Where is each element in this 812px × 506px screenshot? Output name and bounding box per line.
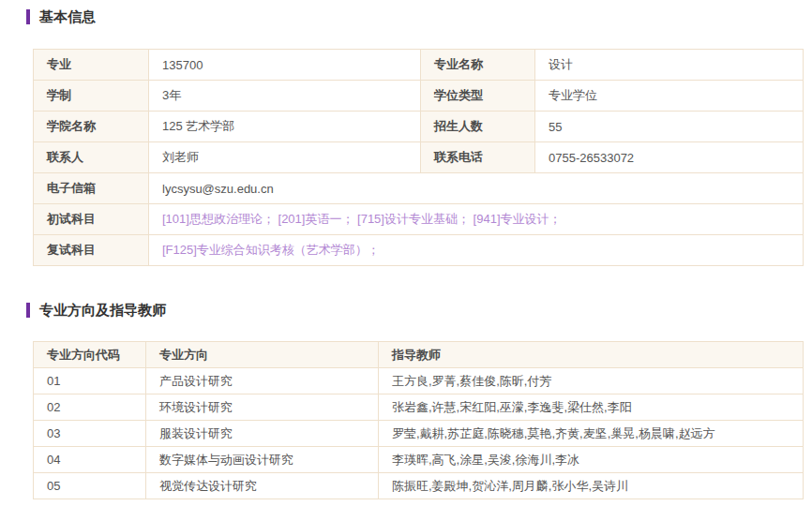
- direction-teachers-cell: 张岩鑫,许慧,宋红阳,巫濛,李逸斐,梁仕然,李阳: [379, 394, 804, 421]
- info-label-cell: 初试科目: [34, 204, 149, 235]
- direction-row: 02环境设计研究张岩鑫,许慧,宋红阳,巫濛,李逸斐,梁仕然,李阳: [34, 394, 804, 421]
- direction-name-cell: 产品设计研究: [146, 368, 379, 394]
- info-label-cell: 联系电话: [421, 142, 535, 173]
- info-label-cell: 学院名称: [34, 112, 149, 142]
- direction-name-cell: 服装设计研究: [146, 421, 379, 447]
- section-title-text: 专业方向及指导教师: [39, 302, 166, 319]
- info-value-cell: 135700: [149, 50, 421, 81]
- direction-teachers-cell: 王方良,罗菁,蔡佳俊,陈昕,付芳: [379, 368, 804, 394]
- directions-body: 01产品设计研究王方良,罗菁,蔡佳俊,陈昕,付芳02环境设计研究张岩鑫,许慧,宋…: [34, 368, 804, 499]
- directions-header-row: 专业方向代码专业方向指导教师: [34, 342, 804, 368]
- direction-code-cell: 01: [34, 368, 146, 394]
- basic-info-body: 专业135700专业名称设计学制3年学位类型专业学位学院名称125 艺术学部招生…: [34, 50, 804, 266]
- info-row: 电子信箱lycsysu@szu.edu.cn: [34, 173, 804, 204]
- direction-teachers-cell: 罗莹,戴耕,苏芷庭,陈晓穗,莫艳,齐黄,麦坚,巢晃,杨晨啸,赵远方: [379, 421, 804, 447]
- info-label-cell: 专业名称: [421, 50, 535, 81]
- direction-name-cell: 环境设计研究: [146, 394, 379, 421]
- info-row: 学制3年学位类型专业学位: [34, 81, 804, 112]
- info-row: 复试科目[F125]专业综合知识考核（艺术学部）；: [34, 235, 804, 266]
- direction-name-cell: 视觉传达设计研究: [146, 473, 379, 499]
- section-title-basic-info: 基本信息: [26, 8, 803, 25]
- info-row: 专业135700专业名称设计: [34, 50, 804, 81]
- section-title-directions: 专业方向及指导教师: [26, 302, 803, 319]
- direction-teachers-cell: 陈振旺,姜殿坤,贺沁洋,周月麟,张小华,吴诗川: [379, 473, 804, 499]
- direction-row: 05视觉传达设计研究陈振旺,姜殿坤,贺沁洋,周月麟,张小华,吴诗川: [34, 473, 804, 499]
- section-accent-bar: [26, 303, 30, 318]
- direction-teachers-cell: 李瑛晖,高飞,涂星,吴浚,徐海川,李冰: [379, 447, 804, 473]
- info-label-cell: 学制: [34, 81, 149, 112]
- info-value-cell: 55: [535, 112, 804, 142]
- direction-row: 04数字媒体与动画设计研究李瑛晖,高飞,涂星,吴浚,徐海川,李冰: [34, 447, 804, 473]
- directions-header-cell: 指导教师: [379, 342, 804, 368]
- info-label-cell: 联系人: [34, 142, 149, 173]
- info-label-cell: 学位类型: [421, 81, 535, 112]
- info-label-cell: 专业: [34, 50, 149, 81]
- info-value-cell: 刘老师: [149, 142, 421, 173]
- direction-code-cell: 02: [34, 394, 146, 421]
- directions-header-cell: 专业方向代码: [34, 342, 146, 368]
- info-row: 联系人刘老师联系电话0755-26533072: [34, 142, 804, 173]
- basic-info-table: 专业135700专业名称设计学制3年学位类型专业学位学院名称125 艺术学部招生…: [33, 49, 804, 266]
- info-row: 初试科目[101]思想政治理论； [201]英语一； [715]设计专业基础； …: [34, 204, 804, 235]
- exam-subjects-link-text[interactable]: [F125]专业综合知识考核（艺术学部）；: [149, 235, 804, 266]
- direction-code-cell: 04: [34, 447, 146, 473]
- info-value-cell: 设计: [535, 50, 804, 81]
- info-value-cell: lycsysu@szu.edu.cn: [149, 173, 804, 204]
- info-value-cell: 专业学位: [535, 81, 804, 112]
- info-value-cell: 3年: [149, 81, 421, 112]
- info-label-cell: 招生人数: [421, 112, 535, 142]
- directions-header-cell: 专业方向: [146, 342, 379, 368]
- section-title-text: 基本信息: [39, 8, 96, 25]
- page: 基本信息 专业135700专业名称设计学制3年学位类型专业学位学院名称125 艺…: [0, 0, 812, 499]
- info-row: 学院名称125 艺术学部招生人数55: [34, 112, 804, 142]
- info-value-cell: 125 艺术学部: [149, 112, 421, 142]
- direction-row: 01产品设计研究王方良,罗菁,蔡佳俊,陈昕,付芳: [34, 368, 804, 394]
- direction-row: 03服装设计研究罗莹,戴耕,苏芷庭,陈晓穗,莫艳,齐黄,麦坚,巢晃,杨晨啸,赵远…: [34, 421, 804, 447]
- directions-table: 专业方向代码专业方向指导教师 01产品设计研究王方良,罗菁,蔡佳俊,陈昕,付芳0…: [33, 341, 804, 499]
- direction-code-cell: 05: [34, 473, 146, 499]
- direction-name-cell: 数字媒体与动画设计研究: [146, 447, 379, 473]
- info-value-cell: 0755-26533072: [535, 142, 804, 173]
- info-label-cell: 复试科目: [34, 235, 149, 266]
- exam-subjects-link-text[interactable]: [101]思想政治理论； [201]英语一； [715]设计专业基础； [941…: [149, 204, 804, 235]
- section-accent-bar: [26, 9, 30, 24]
- direction-code-cell: 03: [34, 421, 146, 447]
- info-label-cell: 电子信箱: [34, 173, 149, 204]
